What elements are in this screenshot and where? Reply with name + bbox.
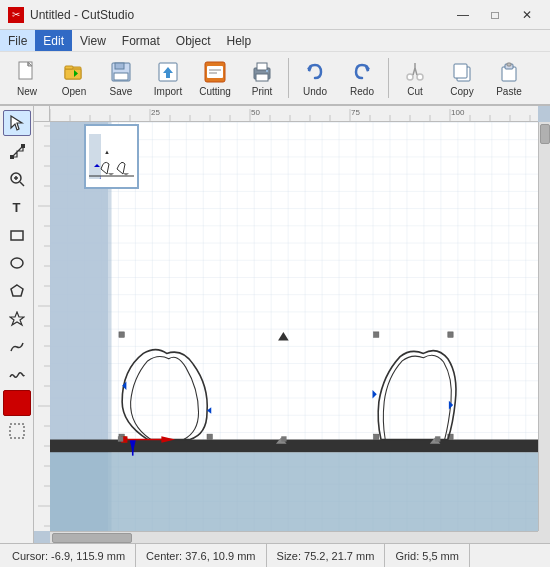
save-button[interactable]: Save [98,54,144,102]
title-bar: ✂ Untitled - CutStudio — □ ✕ [0,0,550,30]
svg-rect-80 [281,436,286,441]
menu-item-format[interactable]: Format [114,30,168,51]
minimize-button[interactable]: — [448,5,478,25]
svg-rect-10 [114,73,128,80]
svg-rect-6 [65,66,73,69]
node-tool[interactable] [3,138,31,164]
svg-rect-73 [448,332,453,337]
svg-rect-19 [256,74,268,81]
menu-item-view[interactable]: View [72,30,114,51]
copy-button[interactable]: Copy [439,54,485,102]
svg-rect-29 [454,64,467,78]
title-text: Untitled - CutStudio [30,8,134,22]
ellipse-tool[interactable] [3,250,31,276]
cut-button[interactable]: Cut [392,54,438,102]
title-bar-controls: — □ ✕ [448,5,542,25]
new-label: New [17,86,37,97]
maximize-button[interactable]: □ [480,5,510,25]
ruler-top [50,106,538,122]
scrollbar-bottom[interactable] [50,531,538,543]
svg-rect-48 [89,134,101,179]
svg-rect-14 [207,66,223,78]
polygon-tool[interactable] [3,278,31,304]
left-toolbar: T [0,106,34,543]
menu-item-help[interactable]: Help [219,30,260,51]
select-tool[interactable] [3,110,31,136]
text-tool[interactable]: T [3,194,31,220]
status-bar: Cursor: -6.9, 115.9 mm Center: 37.6, 10.… [0,543,550,567]
undo-label: Undo [303,86,327,97]
svg-point-24 [417,74,423,80]
selection-tool[interactable] [3,418,31,444]
fill-tool[interactable] [3,390,31,416]
redo-icon [350,60,374,84]
undo-icon [303,60,327,84]
undo-button[interactable]: Undo [292,54,338,102]
svg-line-26 [415,68,417,75]
import-button[interactable]: Import [145,54,191,102]
canvas-container[interactable]: ▲ ↓ [34,106,550,543]
size-info: Size: 75.2, 21.7 mm [267,544,386,567]
svg-rect-81 [435,436,440,441]
menu-item-object[interactable]: Object [168,30,219,51]
cutting-button[interactable]: Cutting [192,54,238,102]
svg-marker-43 [11,285,23,296]
title-bar-left: ✂ Untitled - CutStudio [8,7,134,23]
import-icon [156,60,180,84]
svg-rect-32 [507,63,511,66]
svg-text:▲: ▲ [104,149,110,155]
new-icon [15,60,39,84]
open-label: Open [62,86,86,97]
grid-info: Grid: 5,5 mm [385,544,470,567]
app-icon: ✂ [8,7,24,23]
import-label: Import [154,86,182,97]
svg-rect-71 [374,332,379,337]
main-area: T [0,106,550,543]
paste-icon [497,60,521,84]
redo-button[interactable]: Redo [339,54,385,102]
copy-icon [450,60,474,84]
center-position: Center: 37.6, 10.9 mm [136,544,266,567]
copy-label: Copy [450,86,473,97]
paste-label: Paste [496,86,522,97]
print-label: Print [252,86,273,97]
svg-rect-59 [119,332,124,337]
svg-rect-20 [266,70,268,72]
scroll-thumb-horizontal[interactable] [52,533,132,543]
scrollbar-right[interactable] [538,122,550,531]
cursor-position: Cursor: -6.9, 115.9 mm [8,544,136,567]
freehand-tool[interactable] [3,334,31,360]
thumbnail-strip: ▲ ↓ [84,124,139,189]
zoom-tool[interactable] [3,166,31,192]
svg-rect-41 [11,231,23,240]
svg-rect-72 [374,434,379,439]
paste-button[interactable]: Paste [486,54,532,102]
svg-marker-21 [307,67,312,72]
new-button[interactable]: New [4,54,50,102]
star-tool[interactable] [3,306,31,332]
redo-label: Redo [350,86,374,97]
canvas-white[interactable]: ▲ ↓ [50,122,538,531]
svg-marker-44 [10,312,24,325]
save-label: Save [110,86,133,97]
rectangle-tool[interactable] [3,222,31,248]
menu-item-file[interactable]: File [0,30,35,51]
open-button[interactable]: Open [51,54,97,102]
svg-rect-79 [118,436,123,441]
cut-icon [403,60,427,84]
svg-rect-46 [10,424,24,438]
menu-item-edit[interactable]: Edit [35,30,72,51]
svg-text:↓: ↓ [99,174,102,180]
svg-rect-58 [50,452,538,531]
print-button[interactable]: Print [239,54,285,102]
svg-point-42 [11,258,23,268]
svg-marker-33 [11,116,22,130]
svg-rect-61 [207,434,212,439]
separator1 [288,58,289,98]
menu-bar: File Edit View Format Object Help [0,30,550,52]
close-button[interactable]: ✕ [512,5,542,25]
ruler-corner [34,106,50,122]
wave-tool[interactable] [3,362,31,388]
ruler-left [34,106,50,531]
save-icon [109,60,133,84]
